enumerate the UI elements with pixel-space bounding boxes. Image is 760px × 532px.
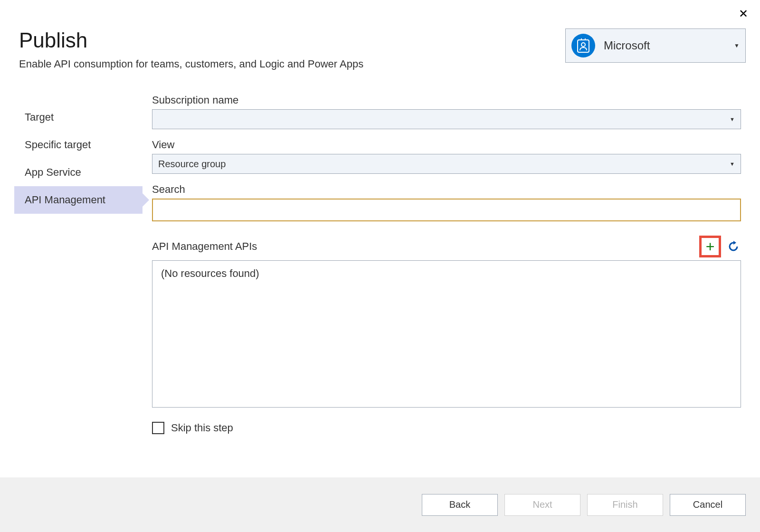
sidebar-item-target[interactable]: Target <box>14 104 142 131</box>
search-input[interactable] <box>152 199 741 221</box>
main-panel: Subscription name ▼ View Resource group … <box>142 94 746 434</box>
refresh-button[interactable] <box>726 239 741 254</box>
chevron-down-icon: ▼ <box>734 42 740 49</box>
api-header: API Management APIs + <box>152 236 741 257</box>
skip-label: Skip this step <box>171 422 233 434</box>
content: Target Specific target App Service API M… <box>0 80 760 434</box>
sidebar-item-label: API Management <box>25 194 105 206</box>
skip-step: Skip this step <box>152 422 741 434</box>
badge-icon <box>571 34 595 57</box>
search-label: Search <box>152 183 741 196</box>
sidebar-item-label: Specific target <box>25 139 91 151</box>
sidebar: Target Specific target App Service API M… <box>14 94 142 434</box>
no-resources-text: (No resources found) <box>161 267 259 279</box>
api-section: API Management APIs + (No resources foun… <box>152 236 741 408</box>
account-label: Microsoft <box>604 39 734 52</box>
add-button[interactable]: + <box>703 240 717 253</box>
sidebar-item-app-service[interactable]: App Service <box>14 159 142 186</box>
search-group: Search <box>152 183 741 221</box>
view-value: Resource group <box>158 159 730 170</box>
sidebar-item-specific-target[interactable]: Specific target <box>14 131 142 159</box>
view-label: View <box>152 139 741 151</box>
footer: Back Next Finish Cancel <box>0 477 760 532</box>
plus-icon: + <box>706 239 715 254</box>
refresh-icon <box>727 240 740 253</box>
finish-button[interactable]: Finish <box>587 494 663 516</box>
back-button[interactable]: Back <box>422 494 498 516</box>
view-group: View Resource group ▼ <box>152 139 741 174</box>
sidebar-item-label: App Service <box>25 166 81 178</box>
account-selector[interactable]: Microsoft ▼ <box>565 28 746 63</box>
svg-point-1 <box>581 43 585 47</box>
api-title: API Management APIs <box>152 240 699 253</box>
add-highlight: + <box>699 236 721 257</box>
api-list[interactable]: (No resources found) <box>152 260 741 408</box>
close-button[interactable]: ✕ <box>739 7 748 20</box>
skip-checkbox[interactable] <box>152 422 164 434</box>
subscription-label: Subscription name <box>152 94 741 106</box>
sidebar-item-api-management[interactable]: API Management <box>14 186 142 214</box>
cancel-button[interactable]: Cancel <box>670 494 746 516</box>
view-dropdown[interactable]: Resource group ▼ <box>152 154 741 174</box>
subscription-dropdown[interactable]: ▼ <box>152 109 741 129</box>
chevron-down-icon: ▼ <box>730 161 735 167</box>
next-button[interactable]: Next <box>504 494 580 516</box>
sidebar-item-label: Target <box>25 111 54 123</box>
chevron-down-icon: ▼ <box>730 116 735 122</box>
subscription-group: Subscription name ▼ <box>152 94 741 129</box>
